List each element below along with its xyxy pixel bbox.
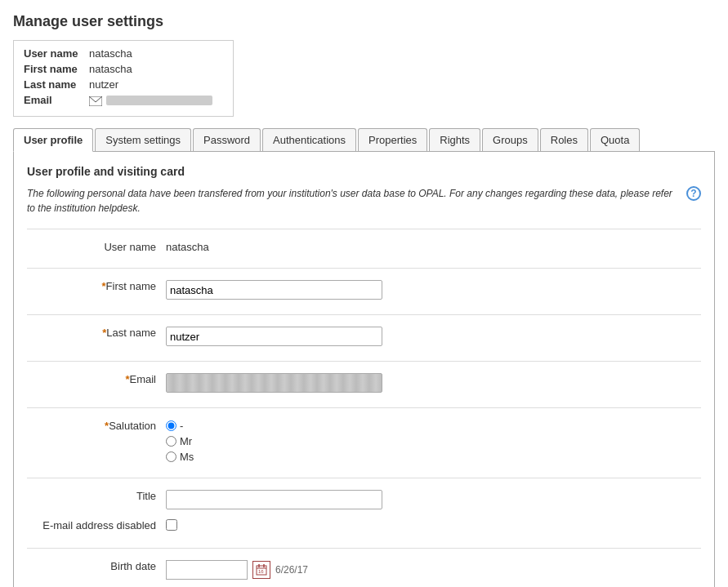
lastname-label: Last name <box>24 78 89 91</box>
tab-roles[interactable]: Roles <box>540 128 588 151</box>
tab-authentications[interactable]: Authentications <box>262 128 356 151</box>
firstname-input[interactable] <box>166 280 382 300</box>
salutation-section: *Salutation - Mr Ms <box>27 407 701 478</box>
birthdate-input[interactable] <box>166 560 248 580</box>
content-area: User profile and visiting card The follo… <box>13 152 715 587</box>
tab-groups[interactable]: Groups <box>482 128 538 151</box>
svg-text:16: 16 <box>258 569 264 574</box>
salutation-option-dash[interactable]: - <box>166 420 701 432</box>
salutation-option-mr[interactable]: Mr <box>166 435 701 447</box>
title-input[interactable] <box>166 490 382 509</box>
tab-rights[interactable]: Rights <box>429 128 480 151</box>
username-label: User name <box>24 47 89 60</box>
tab-system-settings[interactable]: System settings <box>95 128 191 151</box>
tab-user-profile[interactable]: User profile <box>13 128 93 152</box>
field-username-value: natascha <box>166 238 701 253</box>
field-title-label: Title <box>27 487 166 502</box>
user-info-box: User name natascha First name natascha L… <box>13 40 234 117</box>
email-disabled-checkbox[interactable] <box>166 519 177 531</box>
field-email-disabled-label: E-mail address disabled <box>27 516 166 531</box>
salutation-radio-group: - Mr Ms <box>166 420 701 463</box>
lastname-value: nutzer <box>89 78 118 91</box>
field-username-label: User name <box>27 238 166 253</box>
date-hint: 6/26/17 <box>275 564 308 576</box>
calendar-icon[interactable]: 16 <box>252 561 270 579</box>
field-birthdate-label: Birth date <box>27 557 166 572</box>
lastname-section: *Last name <box>27 314 701 361</box>
tab-properties[interactable]: Properties <box>358 128 427 151</box>
title-section: Title E-mail address disabled <box>27 478 701 548</box>
tab-password[interactable]: Password <box>193 128 261 151</box>
field-lastname-label: *Last name <box>27 323 166 339</box>
tab-quota[interactable]: Quota <box>590 128 640 151</box>
firstname-label: First name <box>24 63 89 75</box>
email-section: *Email <box>27 361 701 407</box>
username-value: natascha <box>89 47 132 60</box>
section-title: User profile and visiting card <box>27 165 701 178</box>
page-title: Manage user settings <box>13 13 715 30</box>
email-icon <box>89 94 102 106</box>
firstname-value: natascha <box>89 63 132 75</box>
tabs-container: User profile System settings Password Au… <box>13 128 715 152</box>
firstname-section: *First name <box>27 268 701 314</box>
username-section: User name natascha <box>27 229 701 268</box>
field-salutation-label: *Salutation <box>27 416 166 432</box>
email-label: Email <box>24 94 89 106</box>
lastname-input[interactable] <box>166 327 382 346</box>
email-value-blurred <box>106 96 212 105</box>
birthdate-section: Birth date 16 6/26/17 <box>27 548 701 587</box>
info-text: The following personal data have been tr… <box>27 186 677 216</box>
email-input[interactable] <box>166 373 382 393</box>
field-firstname-label: *First name <box>27 277 166 292</box>
salutation-option-ms[interactable]: Ms <box>166 451 701 463</box>
field-email-label: *Email <box>27 370 166 385</box>
help-icon[interactable]: ? <box>686 186 701 201</box>
